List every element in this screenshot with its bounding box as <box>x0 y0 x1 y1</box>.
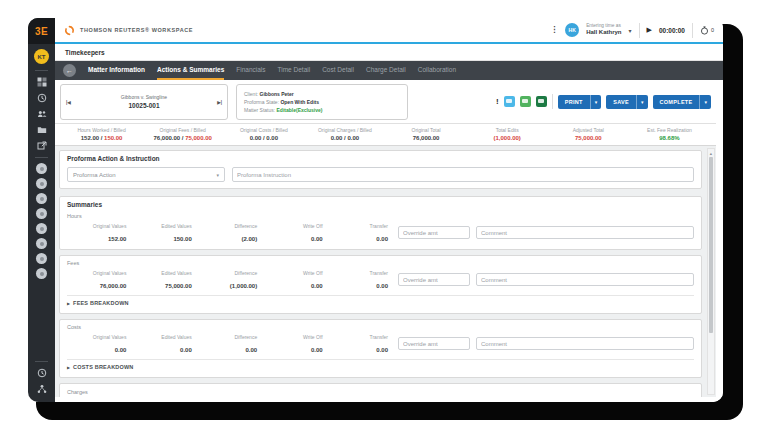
select-caret-icon: ▾ <box>216 172 219 178</box>
hours-write-off: 0.00 <box>263 236 328 242</box>
scrollbar-thumb[interactable] <box>709 157 713 333</box>
divider <box>639 23 640 38</box>
matter-number: 10025-001 <box>128 102 159 109</box>
print-button-group: PRINT ▾ <box>558 95 602 109</box>
costs-transfer: 0.00 <box>329 347 394 353</box>
scroll-region: Proforma Action & Instruction Proforma A… <box>55 146 716 397</box>
proforma-instruction-input[interactable] <box>232 167 694 182</box>
timer-display: 00:00:00 <box>659 27 685 34</box>
print-dropdown-icon[interactable]: ▾ <box>590 95 602 109</box>
fees-edited: 75,000.00 <box>132 283 197 289</box>
chevron-down-icon[interactable]: ▾ <box>629 27 632 34</box>
proforma-action-select[interactable]: Proforma Action ▾ <box>67 167 225 182</box>
user-avatar-hk[interactable]: HK <box>565 23 579 37</box>
tab-actions-summaries[interactable]: Actions & Summaries <box>157 61 224 80</box>
timekeeper-avatar[interactable] <box>36 238 47 249</box>
fees-breakdown-toggle[interactable]: ▶ FEES BREAKDOWN <box>67 295 694 306</box>
timekeeper-avatar[interactable] <box>36 193 47 204</box>
next-matter-icon[interactable]: ▶| <box>217 99 222 104</box>
tab-financials[interactable]: Financials <box>236 61 265 80</box>
print-button[interactable]: PRINT <box>558 95 590 109</box>
matter-status-card: Client: Gibbons Peter Proforma State: Op… <box>236 84 408 120</box>
people-icon[interactable] <box>28 106 55 122</box>
summaries-hours-card: Summaries Hours Original ValuesEdited Va… <box>59 196 702 250</box>
client-value: Gibbons Peter <box>260 91 294 97</box>
costs-breakdown-toggle[interactable]: ▶ COSTS BREAKDOWN <box>67 359 694 370</box>
sidebar-divider <box>35 157 48 158</box>
hours-values-grid: Original ValuesEdited ValuesDifferenceWr… <box>67 223 394 242</box>
entering-time-as[interactable]: Entering time as Hall Kathryn <box>586 23 621 36</box>
hours-difference: (2.00) <box>198 236 263 242</box>
charges-card: Charges <box>59 383 702 397</box>
back-button[interactable]: ← <box>63 64 76 77</box>
costs-card: Costs Original ValuesEdited ValuesDiffer… <box>59 319 702 378</box>
complete-button-group: COMPLETE ▾ <box>653 95 711 109</box>
timekeeper-avatar[interactable] <box>36 223 47 234</box>
clock-icon[interactable] <box>28 90 55 106</box>
timekeeper-avatar[interactable] <box>36 268 47 279</box>
proforma-action-placeholder: Proforma Action <box>73 172 116 178</box>
external-link-icon[interactable] <box>28 138 55 154</box>
sidebar-divider <box>35 361 48 362</box>
network-icon[interactable] <box>28 381 55 397</box>
tab-matter-information[interactable]: Matter Information <box>88 61 145 80</box>
header-right-cluster: ⋮ HK Entering time as Hall Kathryn ▾ ▶ 0… <box>550 23 714 38</box>
save-button-group: SAVE ▾ <box>606 95 647 109</box>
tab-charge-detail[interactable]: Charge Detail <box>366 61 406 80</box>
export-light-green-icon[interactable] <box>520 96 531 107</box>
hours-transfer: 0.00 <box>329 236 394 242</box>
app-window: 3E KT <box>28 18 723 402</box>
overflow-menu-icon[interactable]: ⋮ <box>550 26 558 34</box>
folder-icon[interactable] <box>28 122 55 138</box>
content-area: |◀ Gibbons v. Swingline 10025-001 ▶| Cli… <box>55 80 716 397</box>
tab-time-detail[interactable]: Time Detail <box>278 61 311 80</box>
proforma-action-card: Proforma Action & Instruction Proforma A… <box>59 150 702 189</box>
save-dropdown-icon[interactable]: ▾ <box>636 95 648 109</box>
page-title-bar: Timekeepers <box>55 44 723 61</box>
export-dark-green-icon[interactable] <box>536 96 547 107</box>
complete-button[interactable]: COMPLETE <box>653 95 700 109</box>
save-button[interactable]: SAVE <box>606 95 636 109</box>
costs-override-input[interactable] <box>398 337 470 350</box>
timekeeper-avatar[interactable] <box>36 208 47 219</box>
costs-section-label: Costs <box>67 324 694 330</box>
matter-selector-card: |◀ Gibbons v. Swingline 10025-001 ▶| <box>60 84 228 120</box>
3e-logo: 3E <box>28 18 55 44</box>
previous-matter-icon[interactable]: |◀ <box>66 99 71 104</box>
hours-override-input[interactable] <box>398 226 470 239</box>
user-avatar-kt[interactable]: KT <box>34 49 49 64</box>
tab-cost-detail[interactable]: Cost Detail <box>322 61 354 80</box>
timekeeper-avatar[interactable] <box>36 178 47 189</box>
stopwatch-button[interactable]: 0 <box>700 26 714 35</box>
fees-comment-input[interactable] <box>476 273 694 286</box>
expand-arrow-icon: ▶ <box>67 365 70 370</box>
complete-dropdown-icon[interactable]: ▾ <box>699 95 711 109</box>
action-toolbar: ! PRINT ▾ SAVE ▾ COMPLETE ▾ <box>496 94 711 109</box>
tab-collaboration[interactable]: Collaboration <box>418 61 456 80</box>
message-icon[interactable] <box>504 96 515 107</box>
fees-override-input[interactable] <box>398 273 470 286</box>
matter-header-row: |◀ Gibbons v. Swingline 10025-001 ▶| Cli… <box>55 80 716 124</box>
fees-difference: (1,000.00) <box>198 283 263 289</box>
proforma-state-line: Proforma State: Open With Edits <box>244 99 400 105</box>
costs-edited: 0.00 <box>132 347 197 353</box>
history-clock-icon[interactable] <box>28 365 55 381</box>
hours-comment-input[interactable] <box>476 226 694 239</box>
timekeeper-avatar[interactable] <box>36 163 47 174</box>
client-line: Client: Gibbons Peter <box>244 91 400 97</box>
scroll-up-icon[interactable]: ▴ <box>708 149 714 157</box>
timekeeper-avatar[interactable] <box>36 253 47 264</box>
dashboard-icon[interactable] <box>28 74 55 90</box>
matter-name: Gibbons v. Swingline <box>121 94 167 100</box>
entering-time-name: Hall Kathryn <box>586 29 621 37</box>
vertical-scrollbar[interactable]: ▴ <box>707 148 715 395</box>
costs-comment-input[interactable] <box>476 337 694 350</box>
main-area: THOMSON REUTERS® WORKSPACE ⋮ HK Entering… <box>55 18 723 402</box>
alert-icon[interactable]: ! <box>496 97 499 106</box>
divider <box>692 23 693 38</box>
metric-total-edits: Total Edits (1,000.00) <box>467 127 548 141</box>
timer-play-button[interactable]: ▶ <box>647 26 652 34</box>
matter-status-value: Editable(Exclusive) <box>277 107 323 113</box>
hours-original: 152.00 <box>67 236 132 242</box>
metric-original-costs-billed: Original Costs / Billed 0.00 / 0.00 <box>223 127 304 141</box>
